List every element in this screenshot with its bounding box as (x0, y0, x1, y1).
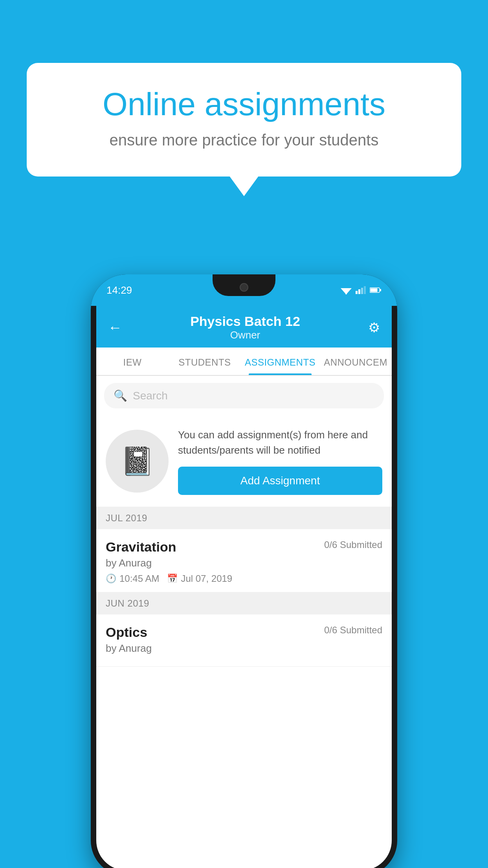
status-icons (341, 286, 382, 294)
front-camera (240, 283, 248, 292)
header-title-group: Physics Batch 12 Owner (190, 314, 300, 341)
svg-rect-3 (356, 291, 358, 294)
assignment-item-gravitation[interactable]: Gravitation 0/6 Submitted by Anurag 🕐 10… (96, 529, 392, 592)
signal-icon (356, 286, 366, 294)
header-title: Physics Batch 12 (190, 314, 300, 329)
status-bar: 14:29 (91, 274, 397, 306)
phone-screen: ← Physics Batch 12 Owner ⚙ IEW STUDENTS … (96, 306, 392, 868)
search-bar[interactable]: 🔍 Search (104, 383, 384, 408)
info-card-text: You can add assignment(s) from here and … (178, 427, 382, 458)
assignment-name-gravitation: Gravitation (106, 539, 176, 555)
app-header: ← Physics Batch 12 Owner ⚙ (96, 306, 392, 348)
assignment-time-gravitation: 🕐 10:45 AM (106, 573, 159, 584)
assignment-by-optics: by Anurag (106, 642, 382, 655)
speech-bubble-title: Online assignments (58, 86, 430, 122)
tab-assignments[interactable]: ASSIGNMENTS (241, 348, 319, 375)
assignment-date-value: Jul 07, 2019 (181, 573, 232, 584)
assignment-date-gravitation: 📅 Jul 07, 2019 (167, 573, 232, 584)
add-assignment-button[interactable]: Add Assignment (178, 467, 382, 495)
assignment-submitted-gravitation: 0/6 Submitted (324, 539, 382, 550)
tab-announcements[interactable]: ANNOUNCEM (319, 348, 392, 375)
assignment-row-top-optics: Optics 0/6 Submitted (106, 625, 382, 640)
search-bar-wrap: 🔍 Search (96, 376, 392, 416)
svg-rect-5 (361, 288, 363, 294)
wifi-icon (341, 286, 352, 294)
header-subtitle: Owner (190, 329, 300, 341)
search-icon: 🔍 (114, 389, 127, 402)
speech-bubble: Online assignments ensure more practice … (27, 63, 461, 177)
clock-icon: 🕐 (106, 574, 116, 584)
svg-rect-6 (364, 286, 366, 294)
tab-students[interactable]: STUDENTS (169, 348, 241, 375)
assignment-submitted-optics: 0/6 Submitted (324, 625, 382, 636)
status-time: 14:29 (106, 284, 132, 296)
phone-frame: 14:29 ← (91, 274, 397, 868)
screen-scroll: IEW STUDENTS ASSIGNMENTS ANNOUNCEM 🔍 Sea… (96, 348, 392, 868)
tab-bar: IEW STUDENTS ASSIGNMENTS ANNOUNCEM (96, 348, 392, 376)
calendar-icon: 📅 (167, 574, 178, 584)
search-input[interactable]: Search (133, 390, 168, 402)
assignment-name-optics: Optics (106, 625, 147, 640)
info-card: 📓 You can add assignment(s) from here an… (96, 416, 392, 507)
notebook-icon: 📓 (120, 445, 154, 477)
notebook-icon-wrap: 📓 (106, 430, 169, 493)
svg-rect-4 (358, 289, 360, 294)
svg-rect-8 (371, 289, 378, 292)
settings-button[interactable]: ⚙ (368, 320, 380, 335)
battery-icon (370, 287, 382, 293)
speech-bubble-container: Online assignments ensure more practice … (27, 63, 461, 177)
info-card-right: You can add assignment(s) from here and … (178, 427, 382, 495)
assignment-by-gravitation: by Anurag (106, 557, 382, 569)
assignment-time-value: 10:45 AM (119, 573, 159, 584)
back-button[interactable]: ← (108, 319, 122, 336)
tab-iew[interactable]: IEW (96, 348, 169, 375)
section-header-jul: JUL 2019 (96, 507, 392, 529)
phone-notch (213, 274, 275, 296)
section-header-jun: JUN 2019 (96, 592, 392, 614)
svg-point-2 (345, 293, 347, 294)
svg-rect-9 (380, 289, 381, 291)
speech-bubble-subtitle: ensure more practice for your students (58, 131, 430, 149)
assignment-row-top: Gravitation 0/6 Submitted (106, 539, 382, 555)
assignment-item-optics[interactable]: Optics 0/6 Submitted by Anurag (96, 614, 392, 667)
assignment-meta-gravitation: 🕐 10:45 AM 📅 Jul 07, 2019 (106, 573, 382, 584)
